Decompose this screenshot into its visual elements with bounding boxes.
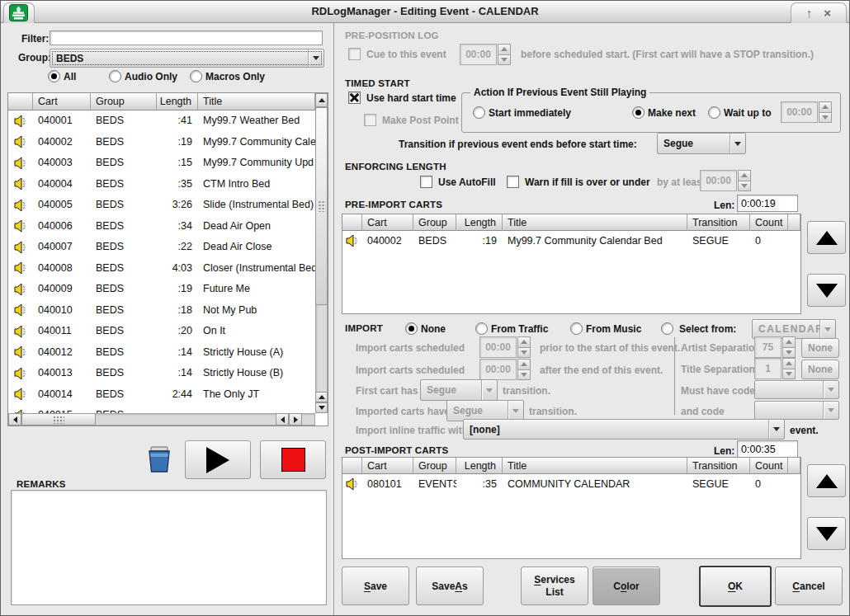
play-cart-button[interactable] bbox=[185, 440, 251, 479]
scroll-down-button[interactable] bbox=[315, 402, 328, 413]
chevron-down-icon bbox=[730, 134, 745, 153]
table-row[interactable]: 040015BEDS bbox=[8, 405, 315, 413]
group-select[interactable]: BEDS bbox=[50, 49, 324, 68]
table-row[interactable]: 040013BEDS:14Strictly House (B) bbox=[8, 363, 315, 384]
column-header[interactable]: Transition bbox=[687, 458, 750, 474]
services-list-button[interactable]: Services List bbox=[521, 567, 588, 605]
radio-wait-up-to[interactable] bbox=[708, 106, 720, 119]
cancel-button[interactable]: Cancel bbox=[775, 567, 843, 605]
column-header[interactable]: Cart bbox=[33, 93, 91, 111]
column-header[interactable]: Group bbox=[413, 214, 456, 231]
table-row[interactable]: 040006BEDS:34Dead Air Open bbox=[8, 216, 315, 237]
column-header[interactable] bbox=[788, 214, 800, 231]
column-header[interactable] bbox=[342, 458, 362, 474]
table-cell: :19 bbox=[157, 279, 198, 300]
transition-select[interactable]: Segue bbox=[657, 133, 746, 154]
scroll-right-button[interactable] bbox=[289, 413, 302, 426]
stop-cart-button[interactable] bbox=[260, 440, 326, 479]
speaker-icon-cell bbox=[8, 237, 33, 258]
table-row[interactable]: 040001BEDS:41My99.7 Weather Bed bbox=[8, 111, 315, 132]
column-header[interactable]: Transition bbox=[687, 214, 750, 231]
filter-input[interactable] bbox=[50, 31, 323, 45]
scroll-left-button[interactable] bbox=[8, 413, 21, 426]
table-row[interactable]: 040008BEDS4:03Closer (Instrumental Bed bbox=[8, 258, 315, 280]
column-header[interactable] bbox=[788, 458, 800, 474]
imported-carts-transition-value: Segue bbox=[447, 405, 508, 416]
column-header[interactable]: Length bbox=[456, 458, 503, 474]
spin-down-icon bbox=[498, 55, 511, 66]
use-autofill-checkbox[interactable] bbox=[420, 176, 432, 188]
table-row[interactable]: 040005BEDS3:26Slide (Instrumental Bed) bbox=[8, 195, 315, 216]
table-row[interactable]: 040014BEDS2:44The Only JT bbox=[8, 384, 315, 406]
transition-label: Transition if previous event ends before… bbox=[399, 139, 637, 150]
column-header[interactable]: Count bbox=[750, 458, 788, 474]
column-header[interactable] bbox=[342, 214, 362, 231]
table-row[interactable]: 040009BEDS:19Future Me bbox=[8, 279, 315, 300]
wait-time-spinbox: 00:00 bbox=[781, 101, 832, 123]
scroll-left-button-2[interactable] bbox=[276, 413, 289, 426]
vertical-scrollbar-thumb[interactable] bbox=[315, 107, 328, 305]
radio-import-select-from[interactable] bbox=[661, 322, 673, 335]
column-header[interactable]: Group bbox=[413, 458, 456, 474]
pre-import-move-down-button[interactable] bbox=[807, 274, 846, 307]
radio-macros-only[interactable] bbox=[190, 70, 202, 82]
remarks-textarea[interactable] bbox=[11, 490, 327, 605]
table-row[interactable]: 040007BEDS:22Dead Air Close bbox=[8, 237, 315, 258]
table-row[interactable]: 040003BEDS:15My99.7 Community Upd bbox=[8, 153, 315, 174]
warn-fill-checkbox[interactable] bbox=[507, 176, 519, 188]
table-cell: 0 bbox=[750, 231, 788, 251]
use-hard-start-checkbox[interactable] bbox=[348, 92, 361, 104]
pre-import-len-field[interactable] bbox=[737, 195, 798, 212]
column-header[interactable]: Count bbox=[750, 214, 788, 231]
table-row[interactable]: 040004BEDS:35CTM Intro Bed bbox=[8, 174, 315, 195]
column-header[interactable]: Title bbox=[503, 458, 687, 474]
radio-import-none[interactable] bbox=[405, 322, 418, 335]
remarks-label: REMARKS bbox=[17, 479, 66, 489]
title-separation-label: Title Separation bbox=[681, 364, 755, 375]
column-header[interactable]: Title bbox=[503, 214, 687, 231]
column-header[interactable] bbox=[8, 93, 33, 111]
table-cell: :19 bbox=[456, 231, 503, 251]
close-window-icon[interactable]: × bbox=[824, 4, 831, 22]
radio-make-next[interactable] bbox=[632, 106, 645, 119]
delete-cart-button[interactable] bbox=[145, 444, 173, 474]
scroll-up-button-2[interactable] bbox=[315, 392, 328, 402]
column-header[interactable]: Cart bbox=[362, 214, 413, 231]
pre-import-len-label: Len: bbox=[714, 200, 734, 211]
column-header[interactable]: Length bbox=[456, 214, 503, 231]
shade-window-icon[interactable]: ↑ bbox=[806, 4, 813, 22]
post-import-move-up-button[interactable] bbox=[807, 464, 846, 497]
post-import-move-down-button[interactable] bbox=[807, 517, 846, 550]
table-cell: SEGUE bbox=[687, 231, 750, 251]
radio-start-immediately[interactable] bbox=[473, 106, 485, 119]
color-button[interactable]: Color bbox=[593, 567, 660, 605]
inline-traffic-suffix: event. bbox=[790, 425, 819, 436]
table-row[interactable]: 040012BEDS:14Strictly House (A) bbox=[8, 342, 315, 364]
save-as-button[interactable]: Save As bbox=[416, 567, 484, 605]
post-import-len-field[interactable] bbox=[737, 440, 798, 458]
horizontal-scrollbar-thumb[interactable] bbox=[21, 413, 96, 426]
scroll-up-button[interactable] bbox=[315, 93, 328, 107]
radio-all[interactable] bbox=[48, 70, 60, 82]
spin-up-icon bbox=[782, 358, 796, 369]
table-row[interactable]: 040002BEDS:19My99.7 Community Calendar B… bbox=[8, 132, 315, 153]
make-post-point-checkbox bbox=[364, 114, 376, 126]
ok-button[interactable]: OK bbox=[699, 566, 772, 607]
save-button[interactable]: Save bbox=[342, 567, 409, 605]
column-header[interactable]: Cart bbox=[362, 458, 413, 474]
table-row[interactable]: 040011BEDS:20On It bbox=[8, 321, 315, 342]
table-row[interactable]: 040002BEDS:19My99.7 Community Calendar B… bbox=[342, 231, 800, 251]
artist-separation-label: Artist Separation bbox=[681, 342, 761, 354]
table-row[interactable]: 080101EVENTS:35COMMUNITY CALENDARSEGUE0 bbox=[342, 474, 800, 494]
table-row[interactable]: 040010BEDS:18Not My Pub bbox=[8, 300, 315, 322]
titlebar[interactable]: RDLogManager - Editing Event - CALENDAR … bbox=[1, 1, 849, 23]
radio-import-music[interactable] bbox=[570, 322, 583, 335]
radio-audio-only[interactable] bbox=[109, 70, 121, 82]
radio-import-traffic[interactable] bbox=[475, 322, 488, 335]
chevron-down-icon bbox=[768, 420, 784, 439]
column-header[interactable]: Length bbox=[157, 93, 198, 111]
inline-traffic-select[interactable]: [none] bbox=[463, 419, 785, 440]
column-header[interactable]: Title bbox=[198, 93, 315, 111]
pre-import-move-up-button[interactable] bbox=[807, 221, 846, 254]
column-header[interactable]: Group bbox=[91, 93, 157, 111]
